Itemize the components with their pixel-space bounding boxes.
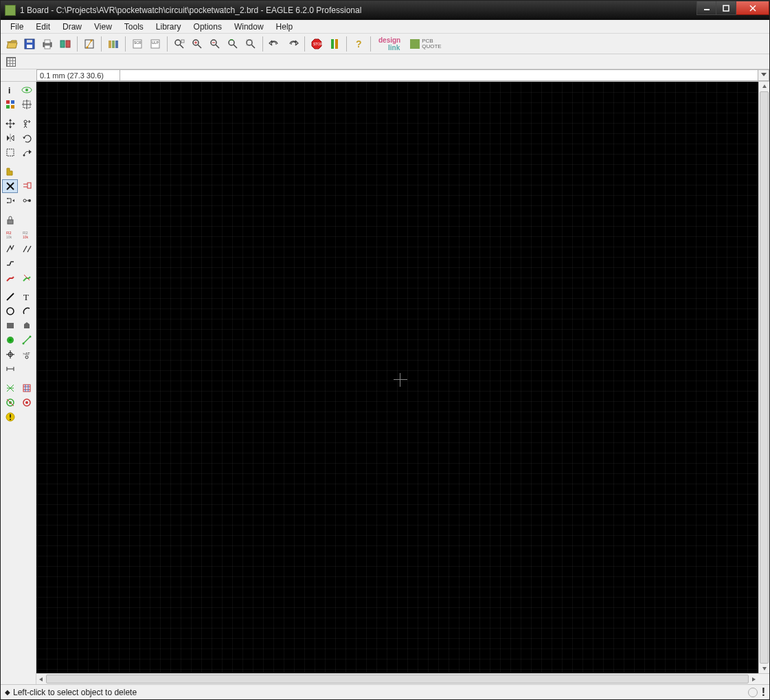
- zoom-fit-button[interactable]: [171, 36, 188, 52]
- menu-view[interactable]: View: [89, 21, 117, 32]
- lock-tool[interactable]: [2, 213, 18, 227]
- change-tool[interactable]: [19, 146, 34, 159]
- zoom-out-button[interactable]: [207, 36, 223, 52]
- value-tool[interactable]: R210k: [19, 227, 34, 241]
- wire-tool[interactable]: [2, 290, 18, 304]
- svg-point-95: [9, 339, 12, 341]
- signal-tool[interactable]: [19, 333, 34, 347]
- svg-rect-39: [331, 39, 334, 49]
- library-button[interactable]: [105, 36, 122, 52]
- schematic-switch-button[interactable]: [81, 36, 98, 52]
- blank-tool-5: [19, 410, 34, 424]
- menu-window[interactable]: Window: [229, 21, 269, 32]
- hole-tool[interactable]: [2, 348, 18, 361]
- design-link-button[interactable]: designlink: [374, 35, 405, 53]
- smash-tool[interactable]: [2, 242, 18, 256]
- command-dropdown[interactable]: [758, 69, 769, 81]
- undo-button[interactable]: [267, 36, 283, 52]
- drc-tool[interactable]: [19, 396, 34, 409]
- attribute-tool[interactable]: >AT: [19, 348, 34, 361]
- help-button[interactable]: ?: [350, 36, 367, 52]
- scroll-up-icon[interactable]: [759, 82, 769, 91]
- menu-options[interactable]: Options: [188, 21, 227, 32]
- grid-toggle-button[interactable]: [3, 56, 19, 68]
- menubar: File Edit Draw View Tools Library Option…: [1, 20, 769, 34]
- scroll-down-icon[interactable]: [759, 664, 769, 673]
- close-button[interactable]: [736, 1, 769, 15]
- ulp-button[interactable]: ULP: [147, 36, 163, 52]
- svg-text:SCR: SCR: [134, 41, 141, 45]
- svg-rect-8: [45, 40, 50, 43]
- titlebar: 1 Board - C:\Projects\AVR\pocketwatch\ci…: [1, 1, 769, 20]
- board-canvas[interactable]: [36, 82, 758, 673]
- menu-help[interactable]: Help: [271, 21, 299, 32]
- script-button[interactable]: SCR: [129, 36, 146, 52]
- mark-tool[interactable]: [19, 98, 34, 111]
- group-tool[interactable]: [2, 146, 18, 159]
- save-button[interactable]: [21, 36, 38, 52]
- arc-tool[interactable]: [19, 304, 34, 318]
- circle-tool[interactable]: [2, 304, 18, 318]
- svg-point-118: [25, 401, 28, 404]
- errors-tool[interactable]: [2, 410, 18, 424]
- miter-tool[interactable]: [19, 242, 34, 256]
- redo-button[interactable]: [284, 36, 301, 52]
- replace-tool[interactable]: [19, 194, 34, 207]
- svg-rect-9: [45, 45, 50, 49]
- paste-tool[interactable]: [2, 165, 18, 179]
- display-tool[interactable]: [2, 98, 18, 111]
- hscroll-thumb[interactable]: [46, 675, 749, 684]
- toolbar-separator: [262, 36, 263, 52]
- text-tool[interactable]: T: [19, 290, 34, 304]
- scroll-right-icon[interactable]: [749, 674, 758, 684]
- copy-tool[interactable]: [19, 117, 34, 131]
- polygon-tool[interactable]: [19, 319, 34, 332]
- zoom-select-button[interactable]: [242, 36, 259, 52]
- coordinate-display[interactable]: 0.1 mm (27.3 30.6): [36, 69, 120, 81]
- warning-indicator-icon[interactable]: !: [762, 686, 765, 699]
- split-tool[interactable]: [2, 256, 18, 270]
- menu-library[interactable]: Library: [150, 21, 187, 32]
- zoom-in-button[interactable]: [189, 36, 205, 52]
- info-tool[interactable]: i: [2, 83, 18, 97]
- horizontal-scrollbar[interactable]: [36, 674, 758, 684]
- mirror-tool[interactable]: [2, 131, 18, 145]
- zoom-redraw-button[interactable]: [225, 36, 241, 52]
- go-button[interactable]: [326, 36, 343, 52]
- svg-point-98: [29, 336, 31, 338]
- minimize-button[interactable]: [697, 1, 716, 15]
- svg-point-32: [229, 40, 234, 45]
- erc-tool[interactable]: [2, 396, 18, 409]
- toolbar-separator: [101, 36, 102, 52]
- pcb-quote-button[interactable]: PCBQUOTE: [406, 37, 445, 51]
- vertical-scrollbar[interactable]: [758, 82, 769, 673]
- pinswap-tool[interactable]: [2, 194, 18, 207]
- rotate-tool[interactable]: [19, 131, 34, 145]
- cam-button[interactable]: [57, 36, 73, 52]
- ripup-tool[interactable]: [19, 271, 34, 284]
- menu-draw[interactable]: Draw: [57, 21, 87, 32]
- ratsnest-tool[interactable]: [2, 381, 18, 395]
- print-button[interactable]: [39, 36, 56, 52]
- parameter-bar: [1, 54, 769, 69]
- show-tool[interactable]: [19, 83, 34, 97]
- menu-file[interactable]: File: [5, 21, 29, 32]
- svg-point-76: [7, 198, 8, 199]
- move-tool[interactable]: [2, 117, 18, 131]
- rect-tool[interactable]: [2, 319, 18, 332]
- auto-tool[interactable]: [19, 381, 34, 395]
- stop-button[interactable]: STOP: [308, 36, 325, 52]
- vscroll-thumb[interactable]: [760, 91, 769, 664]
- delete-tool[interactable]: [2, 179, 18, 193]
- via-tool[interactable]: [2, 333, 18, 347]
- route-tool[interactable]: [2, 271, 18, 284]
- name-tool[interactable]: R210k: [2, 227, 18, 241]
- dimension-tool[interactable]: [2, 362, 18, 376]
- menu-edit[interactable]: Edit: [30, 21, 56, 32]
- command-input[interactable]: [120, 69, 758, 81]
- open-button[interactable]: [3, 36, 20, 52]
- maximize-button[interactable]: [716, 1, 736, 15]
- scroll-left-icon[interactable]: [36, 674, 46, 684]
- menu-tools[interactable]: Tools: [119, 21, 149, 32]
- add-tool[interactable]: [19, 179, 34, 193]
